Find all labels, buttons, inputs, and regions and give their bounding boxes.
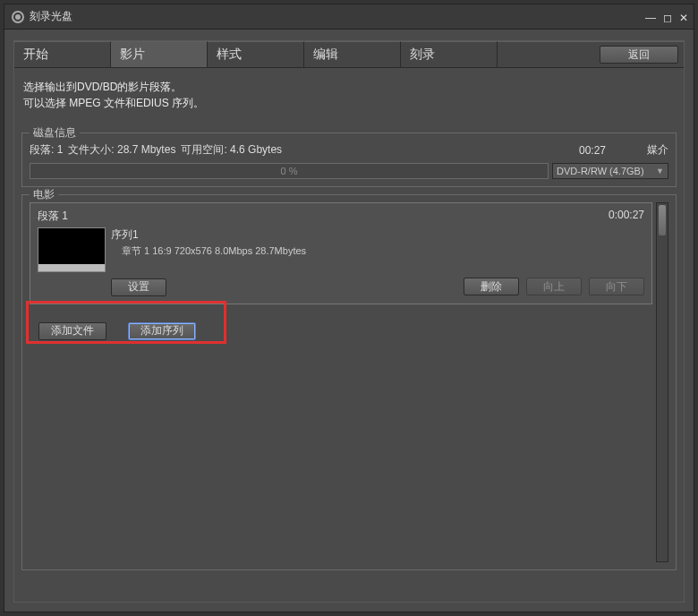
window-controls: — ◻ ✕ [645, 12, 688, 24]
progress-row: 0 % DVD-R/RW (4.7GB) ▼ [30, 163, 668, 179]
add-file-button[interactable]: 添加文件 [38, 322, 106, 340]
segment-thumbnail[interactable] [38, 227, 106, 272]
return-button[interactable]: 返回 [600, 46, 678, 64]
disk-progress: 0 % [30, 163, 549, 179]
sequence-title: 序列1 [111, 227, 644, 243]
tab-bar: 开始 影片 样式 编辑 刻录 返回 [14, 41, 684, 68]
settings-button[interactable]: 设置 [111, 278, 166, 296]
scrollbar-thumb[interactable] [659, 205, 666, 235]
disc-icon [12, 11, 24, 23]
content-panel: 开始 影片 样式 编辑 刻录 返回 选择输出到DVD/BD的影片段落。 可以选择… [13, 40, 685, 603]
add-row: 添加文件 添加序列 [30, 322, 652, 340]
maximize-button[interactable]: ◻ [663, 12, 672, 24]
tab-burn[interactable]: 刻录 [401, 41, 498, 67]
segment-item[interactable]: 段落 1 0:00:27 序列1 章节 1 16:9 720x576 8.0Mb… [30, 202, 652, 304]
chevron-down-icon: ▼ [656, 167, 664, 175]
sequence-meta: 章节 1 16:9 720x576 8.0Mbps 28.7Mbytes [111, 244, 644, 258]
disk-filesize: 文件大小: 28.7 Mbytes [68, 142, 175, 158]
description-line-1: 选择输出到DVD/BD的影片段落。 [23, 79, 675, 95]
return-wrap: 返回 [594, 41, 684, 67]
delete-button[interactable]: 删除 [464, 278, 519, 295]
tab-style[interactable]: 样式 [208, 41, 304, 67]
tab-spacer [498, 41, 594, 67]
tab-movie[interactable]: 影片 [111, 41, 208, 67]
disk-info-row: 段落: 1 文件大小: 28.7 Mbytes 可用空间: 4.6 Gbytes… [30, 142, 668, 158]
disk-info-legend: 磁盘信息 [30, 125, 80, 141]
media-selected-value: DVD-R/RW (4.7GB) [557, 166, 644, 176]
tab-edit[interactable]: 编辑 [304, 41, 401, 67]
add-sequence-button[interactable]: 添加序列 [128, 322, 196, 340]
tab-start[interactable]: 开始 [14, 41, 111, 67]
close-button[interactable]: ✕ [679, 12, 688, 24]
segment-duration: 0:00:27 [609, 209, 644, 224]
movie-legend: 电影 [30, 187, 58, 202]
segment-info: 序列1 章节 1 16:9 720x576 8.0Mbps 28.7Mbytes [111, 227, 644, 272]
description-line-2: 可以选择 MPEG 文件和EDIUS 序列。 [23, 95, 675, 111]
disk-info-group: 磁盘信息 段落: 1 文件大小: 28.7 Mbytes 可用空间: 4.6 G… [21, 133, 677, 187]
movie-main: 段落 1 0:00:27 序列1 章节 1 16:9 720x576 8.0Mb… [30, 202, 652, 562]
segment-name: 段落 1 [38, 209, 68, 224]
disk-segments: 段落: 1 [30, 142, 63, 158]
movie-scrollbar[interactable] [656, 202, 668, 562]
titlebar: 刻录光盘 — ◻ ✕ [4, 4, 694, 30]
move-down-button[interactable]: 向下 [589, 278, 644, 295]
media-label: 媒介 [647, 142, 668, 158]
media-select[interactable]: DVD-R/RW (4.7GB) ▼ [552, 163, 668, 179]
disk-time: 00:27 [579, 144, 606, 157]
minimize-button[interactable]: — [645, 12, 656, 24]
movie-group: 电影 段落 1 0:00:27 序列1 章节 1 16:9 720x576 [21, 194, 677, 570]
app-window: 刻录光盘 — ◻ ✕ 开始 影片 样式 编辑 刻录 返回 选择输出到DVD/BD… [4, 4, 694, 612]
disk-progress-text: 0 % [281, 166, 298, 176]
move-up-button[interactable]: 向上 [526, 278, 582, 295]
disk-freespace: 可用空间: 4.6 Gbytes [181, 142, 282, 158]
description: 选择输出到DVD/BD的影片段落。 可以选择 MPEG 文件和EDIUS 序列。 [14, 68, 684, 116]
window-title: 刻录光盘 [30, 9, 72, 24]
